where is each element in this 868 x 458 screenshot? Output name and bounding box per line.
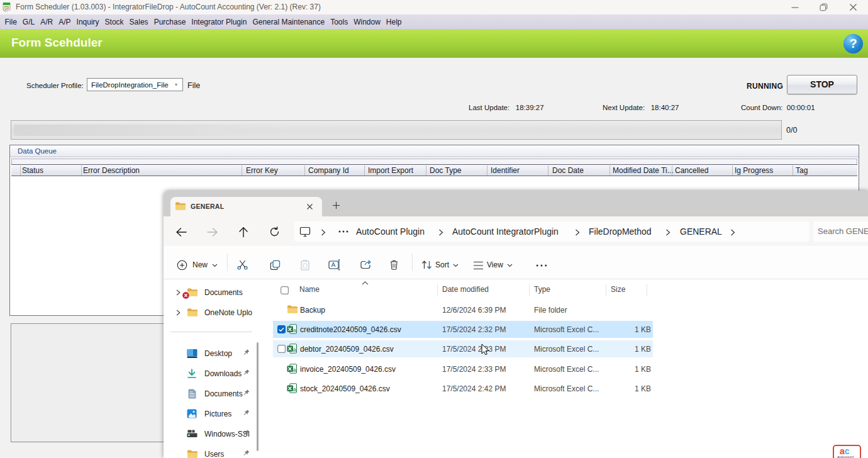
svg-text:a: a xyxy=(293,327,296,333)
svg-text:a: a xyxy=(293,386,296,393)
svg-text:a: a xyxy=(293,347,296,353)
svg-text:a: a xyxy=(293,367,296,373)
